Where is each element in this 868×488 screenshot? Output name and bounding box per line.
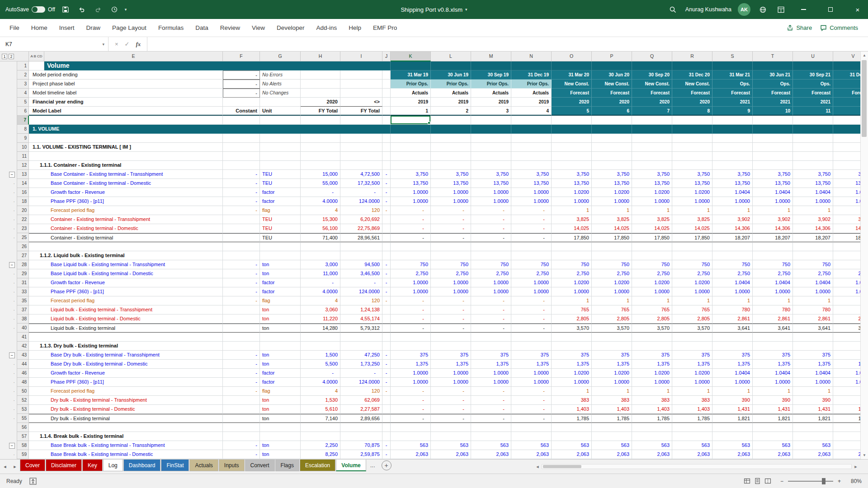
cell-M52[interactable]: -	[471, 396, 511, 405]
cell-O27[interactable]	[552, 251, 592, 260]
cell-O29[interactable]: 2,750	[552, 269, 592, 278]
cell-T50[interactable]: 1	[753, 387, 793, 396]
cell-H22[interactable]: 15,300	[301, 215, 340, 224]
cell-H35[interactable]: 4	[301, 296, 340, 305]
cell-V26[interactable]	[833, 242, 860, 251]
cell-L18[interactable]: 1.0000	[431, 197, 471, 206]
cell-F42[interactable]	[223, 342, 260, 351]
cell-P16[interactable]: 1.0200	[592, 188, 632, 197]
row-header-18[interactable]: 18	[17, 197, 29, 206]
cell-T29[interactable]: 2,750	[753, 269, 793, 278]
cell-R1[interactable]	[672, 61, 712, 70]
cell-O55[interactable]: 1,785	[552, 414, 592, 423]
cell-V52[interactable]: 390	[833, 396, 860, 405]
cell-S7[interactable]	[712, 116, 753, 125]
col-header-L[interactable]: L	[431, 52, 471, 61]
cell-L41[interactable]	[431, 333, 471, 342]
cell-U2[interactable]: 30 Sep 21	[793, 70, 833, 80]
cell-E44[interactable]: Base Dry bulk - Existing terminal - Dome…	[29, 360, 223, 369]
cell-F40[interactable]	[223, 324, 260, 333]
cell-Q48[interactable]: 1.0000	[632, 378, 672, 387]
cell-P40[interactable]: 3,570	[592, 324, 632, 333]
cell-K4[interactable]: Actuals	[391, 89, 431, 98]
cell-O8[interactable]	[552, 125, 592, 134]
cell-J48[interactable]: -	[382, 378, 391, 387]
cell-S29[interactable]: 2,750	[712, 269, 753, 278]
cell-N25[interactable]: -	[511, 233, 552, 242]
cell-V11[interactable]	[833, 152, 860, 161]
cell-F26[interactable]	[223, 242, 260, 251]
user-name[interactable]: Anurag Kushwaha	[685, 6, 731, 13]
col-header-O[interactable]: O	[552, 52, 592, 61]
cell-K33[interactable]: 1.0000	[391, 287, 431, 296]
cell-T57[interactable]	[753, 432, 793, 441]
col-header-F[interactable]: F	[223, 52, 260, 61]
cell-R13[interactable]: 3,750	[672, 170, 712, 179]
cell-N8[interactable]	[511, 125, 552, 134]
cell-E57[interactable]: 1.1.4. Break bulk - Existing terminal	[29, 432, 223, 441]
cell-P13[interactable]: 3,750	[592, 170, 632, 179]
cell-F59[interactable]: -	[223, 450, 260, 459]
cell-E40[interactable]: Liquid bulk - Existing terminal	[29, 324, 223, 333]
cell-R10[interactable]	[672, 143, 712, 152]
cell-K31[interactable]: 1.0000	[391, 278, 431, 287]
cell-L35[interactable]: -	[431, 296, 471, 305]
cell-J46[interactable]: -	[382, 369, 391, 378]
cell-H42[interactable]	[301, 342, 340, 351]
cell-I38[interactable]: 4,55,174	[340, 314, 382, 324]
cell-E3[interactable]: Project phase label	[29, 80, 223, 89]
row-header-38[interactable]: 38	[17, 314, 29, 324]
row-header-5[interactable]: 5	[17, 98, 29, 107]
cell-M27[interactable]	[471, 251, 511, 260]
cell-L6[interactable]: 2	[431, 107, 471, 116]
cell-N42[interactable]	[511, 342, 552, 351]
cell-R14[interactable]: 13,750	[672, 179, 712, 188]
cell-K25[interactable]: -	[391, 233, 431, 242]
cell-I33[interactable]: 124.0000	[340, 287, 382, 296]
cell-E28[interactable]: Base Liquid bulk - Existing terminal - T…	[29, 260, 223, 269]
cell-V56[interactable]	[833, 423, 860, 432]
cell-L38[interactable]: -	[431, 314, 471, 324]
cell-E8[interactable]: 1. VOLUME	[29, 125, 391, 134]
cell-L8[interactable]	[431, 125, 471, 134]
cell-T46[interactable]: 1.0404	[753, 369, 793, 378]
cell-P20[interactable]: 1	[592, 206, 632, 215]
cell-S57[interactable]	[712, 432, 753, 441]
cell-M40[interactable]: -	[471, 324, 511, 333]
cell-M23[interactable]: -	[471, 224, 511, 233]
cell-O18[interactable]: 1.0000	[552, 197, 592, 206]
cell-K57[interactable]	[391, 432, 431, 441]
cell-S38[interactable]: 2,861	[712, 314, 753, 324]
zoom-in-button[interactable]: +	[838, 478, 841, 484]
cell-S46[interactable]: 1.0404	[712, 369, 753, 378]
col-header-T[interactable]: T	[753, 52, 793, 61]
cell-E6[interactable]: Model Label	[29, 107, 223, 116]
cell-T31[interactable]: 1.0404	[753, 278, 793, 287]
cell-M8[interactable]	[471, 125, 511, 134]
cell-N43[interactable]: 375	[511, 351, 552, 360]
cell-N59[interactable]: 2,063	[511, 450, 552, 459]
cell-G46[interactable]: factor	[260, 369, 301, 378]
cell-F46[interactable]: -	[223, 369, 260, 378]
cell-V42[interactable]	[833, 342, 860, 351]
cell-N58[interactable]: 563	[511, 441, 552, 450]
cell-I10[interactable]	[340, 143, 382, 152]
cell-J27[interactable]	[382, 251, 391, 260]
cell-U9[interactable]	[793, 134, 833, 143]
cell-L55[interactable]: -	[431, 414, 471, 423]
cell-S43[interactable]: 375	[712, 351, 753, 360]
cell-Q38[interactable]: 2,805	[632, 314, 672, 324]
cell-E2[interactable]: Model period ending	[29, 70, 223, 80]
outline-gutter-cell[interactable]: −	[0, 170, 17, 179]
zoom-slider[interactable]	[788, 481, 833, 482]
row-header-3[interactable]: 3	[17, 80, 29, 89]
cell-E18[interactable]: Phase PPF (360) - [p11]	[29, 197, 223, 206]
cell-Q52[interactable]: 383	[632, 396, 672, 405]
cell-G6[interactable]: Unit	[260, 107, 301, 116]
cell-O33[interactable]: 1.0000	[552, 287, 592, 296]
cell-O6[interactable]: 5	[552, 107, 592, 116]
cell-P48[interactable]: 1.0000	[592, 378, 632, 387]
cell-P3[interactable]: New Const.	[592, 80, 632, 89]
cell-S41[interactable]	[712, 333, 753, 342]
cell-S48[interactable]: 1.0000	[712, 378, 753, 387]
